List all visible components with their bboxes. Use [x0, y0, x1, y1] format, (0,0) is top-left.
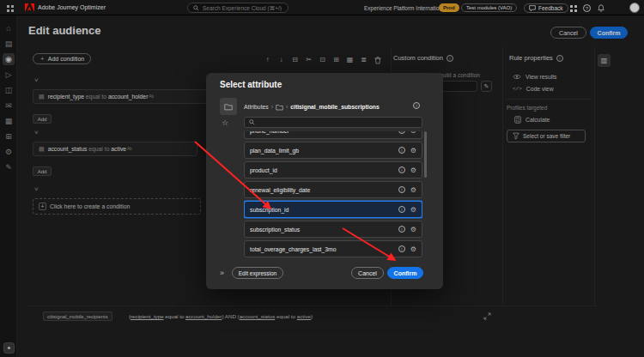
breadcrumb-root[interactable]: Attributes: [244, 104, 269, 110]
assistant-icon[interactable]: ✦: [3, 342, 15, 354]
search-icon: [249, 119, 255, 125]
info-icon[interactable]: [398, 206, 405, 213]
settings-icon[interactable]: [410, 166, 416, 174]
dialog-confirm-button[interactable]: Confirm: [387, 267, 423, 279]
info-icon[interactable]: [398, 186, 405, 193]
apps-grid-icon[interactable]: [568, 3, 578, 13]
settings-icon[interactable]: [410, 226, 416, 233]
attribute-list: phone_number plan_data_limit_gb product_…: [244, 131, 422, 262]
info-icon[interactable]: [398, 131, 405, 134]
attribute-search-input[interactable]: [258, 119, 417, 125]
folder-icon[interactable]: [276, 103, 283, 111]
breadcrumb: Attributes › › citisignal_mobile_subscri…: [244, 100, 380, 112]
speech-bubble-icon: [529, 5, 536, 12]
adobe-logo: [25, 3, 34, 12]
expand-panel-icon[interactable]: [220, 269, 224, 277]
app-title: Adobe Journey Optimizer: [38, 4, 106, 10]
settings-icon[interactable]: [410, 206, 416, 214]
info-icon[interactable]: [398, 147, 405, 154]
attribute-row[interactable]: product_id: [244, 161, 422, 178]
edit-expression-button[interactable]: Edit expression: [232, 267, 283, 279]
dialog-cancel-button[interactable]: Cancel: [351, 267, 384, 279]
app: Edit audience Cancel Confirm Add conditi…: [0, 0, 644, 357]
scrollbar-thumb[interactable]: [424, 131, 427, 178]
info-icon[interactable]: [398, 245, 405, 252]
app-switcher-icon[interactable]: [5, 3, 15, 13]
environment-badge: Prod: [439, 3, 459, 12]
feedback-button[interactable]: Feedback: [524, 3, 568, 13]
attribute-row[interactable]: renewal_eligibility_date: [244, 181, 422, 198]
user-avatar[interactable]: [629, 3, 640, 13]
sandbox-badge[interactable]: Test modules (VAO): [461, 3, 517, 12]
schema-thumbnail: [220, 98, 237, 115]
settings-icon[interactable]: [410, 131, 416, 135]
search-input[interactable]: [203, 5, 283, 11]
settings-icon[interactable]: [410, 147, 416, 154]
info-icon[interactable]: [398, 226, 405, 233]
attribute-row[interactable]: total_overage_charges_last_3mo: [244, 240, 422, 257]
attribute-row[interactable]: phone_number: [244, 131, 422, 139]
attribute-row-selected[interactable]: subscription_id: [244, 201, 422, 218]
topbar: Adobe Journey Optimizer Experience Platf…: [0, 0, 644, 15]
favorite-star-icon[interactable]: [222, 118, 228, 127]
notifications-bell-icon[interactable]: [596, 3, 605, 13]
global-search[interactable]: [187, 3, 289, 13]
help-icon[interactable]: ?: [582, 3, 592, 13]
info-icon[interactable]: [398, 166, 405, 173]
attribute-search[interactable]: [244, 117, 422, 128]
settings-icon[interactable]: [410, 245, 416, 253]
search-icon: [193, 5, 199, 11]
dialog-title: Select attribute: [220, 80, 282, 89]
breadcrumb-leaf: citisignal_mobile_subscriptions: [290, 104, 380, 110]
settings-icon[interactable]: [410, 186, 416, 194]
select-attribute-dialog: Select attribute Attributes › › citisign…: [206, 73, 443, 289]
attribute-row[interactable]: plan_data_limit_gb: [244, 142, 422, 159]
info-icon[interactable]: [413, 102, 420, 109]
attribute-row[interactable]: subscription_status: [244, 221, 422, 238]
